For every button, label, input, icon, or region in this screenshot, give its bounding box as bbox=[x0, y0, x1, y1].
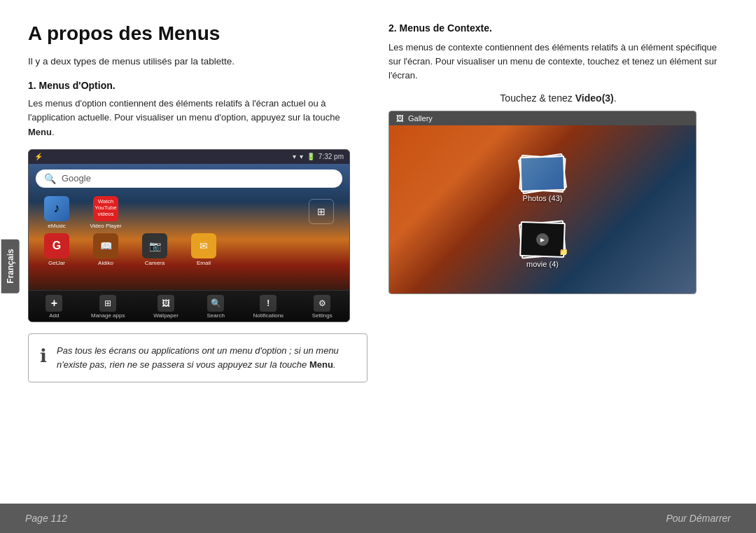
android-home-screen: 🔍 Google ♪ eMusic WatchYouTubevideos Vid… bbox=[29, 164, 349, 290]
bottom-manage: ⊞ Manage apps bbox=[91, 295, 125, 319]
intro-text: Il y a deux types de menus utilisés par … bbox=[28, 55, 368, 69]
wifi-icon: ▾ bbox=[293, 153, 296, 160]
side-tab: Français bbox=[1, 239, 20, 293]
notifications-label: Notifications bbox=[253, 312, 284, 319]
info-box-text: Pas tous les écrans ou applications ont … bbox=[57, 344, 356, 372]
emusic-label: eMusic bbox=[48, 223, 65, 229]
usb-icon: ⚡ bbox=[34, 153, 43, 160]
android-mockup: ⚡ ▾ ▾ 🔋 7:32 pm 🔍 Google bbox=[28, 149, 350, 322]
app-emusic: ♪ eMusic bbox=[36, 196, 78, 229]
info-box: ℹ Pas tous les écrans ou applications on… bbox=[28, 333, 368, 382]
photo-cards bbox=[514, 151, 570, 191]
signal-icon: ▾ bbox=[300, 153, 303, 160]
footer-nav: Pour Démarrer bbox=[666, 513, 731, 524]
bottom-settings: ⚙ Settings bbox=[312, 295, 332, 319]
app-email: ✉ Email bbox=[183, 233, 225, 266]
bottom-search: 🔍 Search bbox=[207, 295, 225, 319]
section2-heading: 2. Menus de Contexte. bbox=[388, 22, 728, 34]
android-status-bar: ⚡ ▾ ▾ 🔋 7:32 pm bbox=[29, 150, 349, 164]
section2-body: Les menus de contexte contiennent des él… bbox=[388, 41, 728, 83]
gallery-items: Photos (43) ▶ 📁 movie (4) bbox=[514, 151, 570, 268]
photos-label: Photos (43) bbox=[523, 194, 563, 202]
movie-stack: ▶ 📁 movie (4) bbox=[514, 216, 570, 268]
email-label: Email bbox=[197, 260, 211, 266]
section1-heading: 1. Menus d'Option. bbox=[28, 80, 368, 91]
aldiko-label: Aldiko bbox=[98, 260, 113, 266]
youtube-label: Video Player bbox=[90, 223, 121, 229]
gallery-body: Photos (43) ▶ 📁 movie (4) bbox=[389, 125, 696, 293]
getjar-label: GetJar bbox=[48, 260, 65, 266]
app-row-2: G GetJar 📖 Aldiko 📷 Camera bbox=[36, 233, 342, 266]
android-bottom-bar: + Add ⊞ Manage apps 🖼 Wallpaper 🔍 Search bbox=[29, 290, 349, 321]
photos-stack: Photos (43) bbox=[514, 151, 570, 202]
footer: Page 112 Pour Démarrer bbox=[0, 504, 756, 533]
app-getjar: G GetJar bbox=[36, 233, 78, 266]
bottom-notifications: ! Notifications bbox=[253, 295, 284, 319]
footer-page: Page 112 bbox=[25, 513, 67, 524]
search-bottom-icon: 🔍 bbox=[207, 295, 224, 312]
app-youtube: WatchYouTubevideos Video Player bbox=[85, 196, 127, 229]
camera-icon: 📷 bbox=[142, 233, 167, 258]
info-icon: ℹ bbox=[40, 345, 47, 367]
folder-icon: 📁 bbox=[559, 248, 568, 256]
section1-body: Les menus d'option contiennent des éléme… bbox=[28, 97, 368, 139]
emusic-icon: ♪ bbox=[44, 196, 69, 221]
aldiko-icon: 📖 bbox=[93, 233, 118, 258]
app-row-1: ♪ eMusic WatchYouTubevideos Video Player… bbox=[36, 196, 342, 229]
bottom-add: + Add bbox=[46, 295, 62, 319]
email-icon: ✉ bbox=[191, 233, 216, 258]
settings-icon: ⚙ bbox=[314, 295, 330, 312]
add-icon: + bbox=[46, 295, 62, 312]
gallery-mockup: 🖼 Gallery Photos (43) bbox=[388, 111, 696, 294]
gallery-title: Gallery bbox=[408, 114, 433, 123]
app-aldiko: 📖 Aldiko bbox=[85, 233, 127, 266]
photo-card-3 bbox=[519, 155, 566, 192]
search-bar-text: Google bbox=[62, 173, 91, 184]
manage-label: Manage apps bbox=[91, 312, 125, 319]
app-grid: ♪ eMusic WatchYouTubevideos Video Player… bbox=[36, 196, 342, 266]
battery-icon: 🔋 bbox=[307, 153, 315, 160]
search-lens-icon: 🔍 bbox=[44, 173, 56, 184]
gallery-title-bar: 🖼 Gallery bbox=[389, 111, 696, 125]
notifications-icon: ! bbox=[260, 295, 276, 312]
gallery-folder-icon: 🖼 bbox=[396, 114, 404, 123]
camera-label: Camera bbox=[145, 260, 164, 266]
wallpaper-label: Wallpaper bbox=[153, 312, 178, 319]
video-cards: ▶ 📁 bbox=[514, 216, 570, 257]
manage-icon: ⊞ bbox=[99, 295, 116, 312]
app-grid-icon: ⊞ bbox=[300, 199, 342, 226]
bottom-wallpaper: 🖼 Wallpaper bbox=[153, 295, 178, 319]
add-label: Add bbox=[49, 312, 59, 319]
settings-label: Settings bbox=[312, 312, 332, 319]
android-search-bar: 🔍 Google bbox=[36, 169, 342, 188]
movie-label: movie (4) bbox=[526, 260, 559, 268]
app-camera: 📷 Camera bbox=[134, 233, 176, 266]
page-title: A propos des Menus bbox=[28, 22, 368, 45]
grid-icon: ⊞ bbox=[309, 199, 334, 224]
touch-instruction: Touchez & tenez Video(3). bbox=[388, 92, 728, 104]
wallpaper-icon: 🖼 bbox=[158, 295, 174, 312]
youtube-icon: WatchYouTubevideos bbox=[93, 196, 118, 221]
getjar-icon: G bbox=[44, 233, 69, 258]
status-time: 7:32 pm bbox=[318, 153, 344, 160]
search-label: Search bbox=[207, 312, 225, 319]
play-button-icon: ▶ bbox=[536, 233, 549, 246]
